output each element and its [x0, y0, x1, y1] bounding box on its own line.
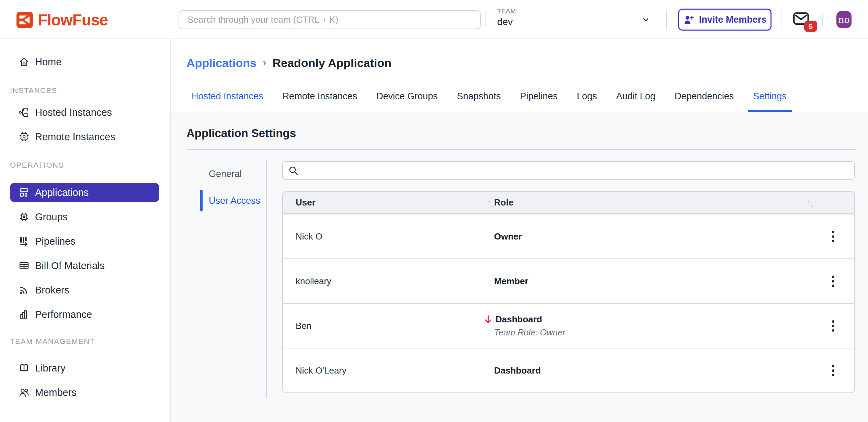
table-header-row: User ↑↓ Role ↑↓ [283, 192, 854, 214]
user-avatar[interactable]: no [836, 11, 852, 28]
home-icon [18, 56, 30, 68]
user-name: Nick O'Leary [283, 365, 494, 376]
team-role-note: Team Role: Owner [494, 327, 829, 337]
bill-of-materials-icon [18, 260, 30, 271]
invite-members-button[interactable]: Invite Members [678, 9, 772, 31]
hosted-instances-icon [18, 107, 30, 118]
header-divider [485, 12, 486, 27]
brand-name: FlowFuse [38, 11, 108, 29]
sidebar-item-home[interactable]: Home [10, 52, 159, 71]
sidebar-item-label: Groups [35, 211, 68, 223]
user-name: Nick O [283, 231, 494, 242]
sidebar-item-bill-of-materials[interactable]: Bill Of Materials [10, 256, 159, 275]
remote-instances-icon [18, 131, 30, 143]
breadcrumb-current: Readonly Application [273, 56, 391, 70]
sidebar-item-label: Bill Of Materials [35, 260, 105, 271]
sidebar-item-label: Applications [35, 187, 89, 198]
header-divider [822, 14, 823, 27]
table-row: knolleary Member [283, 258, 854, 303]
groups-icon [18, 211, 30, 223]
sidebar-item-remote-instances[interactable]: Remote Instances [10, 127, 159, 146]
sidebar-item-label: Members [35, 387, 77, 398]
notifications-button[interactable]: 5 [793, 12, 817, 34]
flowfuse-logo[interactable]: FlowFuse [16, 11, 108, 29]
user-search-input[interactable] [282, 161, 855, 180]
table-row: Nick O'Leary Dashboard [283, 348, 854, 392]
tab-audit-log[interactable]: Audit Log [611, 91, 661, 112]
role-lowered-arrow-down-icon [484, 315, 493, 324]
settings-tab-user-access[interactable]: User Access [186, 190, 266, 211]
sidebar-item-label: Remote Instances [35, 131, 115, 143]
user-name: knolleary [283, 276, 494, 287]
library-icon [18, 362, 30, 374]
table-row: Nick O Owner [283, 214, 854, 258]
title-divider [186, 149, 855, 149]
column-header-role: Role [494, 197, 513, 208]
tab-device-groups[interactable]: Device Groups [371, 91, 443, 112]
tab-snapshots[interactable]: Snapshots [452, 91, 506, 112]
search-icon [288, 166, 299, 176]
tab-logs[interactable]: Logs [572, 91, 602, 112]
notification-count-badge: 5 [804, 21, 817, 32]
settings-tab-general[interactable]: General [186, 163, 266, 185]
global-search-input[interactable] [179, 10, 481, 29]
user-name: Ben [283, 321, 494, 331]
sidebar-item-label: Brokers [35, 285, 69, 296]
header-divider [781, 10, 781, 30]
user-role: Dashboard [495, 314, 542, 325]
user-plus-icon [683, 14, 695, 25]
members-icon [18, 387, 30, 398]
sidebar: Home INSTANCES Hosted Instances Remote I… [0, 39, 171, 422]
pipelines-icon [18, 235, 30, 247]
sidebar-item-groups[interactable]: Groups [10, 207, 159, 226]
page-title: Application Settings [186, 127, 855, 140]
settings-content: Application Settings General User Access [171, 112, 868, 398]
settings-nav-divider [266, 161, 267, 398]
tab-dependencies[interactable]: Dependencies [670, 91, 739, 112]
top-bar: FlowFuse TEAM: dev Invite Members 5 no [0, 0, 868, 39]
sidebar-item-performance[interactable]: Performance [10, 305, 159, 324]
tab-pipelines[interactable]: Pipelines [515, 91, 563, 112]
sidebar-item-applications[interactable]: Applications [10, 183, 159, 202]
column-header-user: User [296, 197, 316, 208]
sidebar-section-team-management: TEAM MANAGEMENT [10, 337, 170, 346]
sidebar-item-library[interactable]: Library [10, 358, 159, 378]
user-access-panel: User ↑↓ Role ↑↓ Nick O Owner [282, 161, 855, 398]
sidebar-item-pipelines[interactable]: Pipelines [10, 232, 159, 251]
user-access-table: User ↑↓ Role ↑↓ Nick O Owner [282, 191, 855, 393]
row-actions-kebab-icon[interactable] [829, 318, 837, 334]
table-row: Ben Dashboard Team Role: [283, 303, 854, 348]
user-role: Owner [494, 231, 829, 242]
brokers-icon [18, 284, 30, 296]
sort-role-icon[interactable]: ↑↓ [807, 199, 814, 207]
sidebar-section-instances: INSTANCES [10, 86, 170, 95]
sidebar-item-hosted-instances[interactable]: Hosted Instances [10, 103, 159, 122]
tab-hosted-instances[interactable]: Hosted Instances [186, 91, 269, 112]
page-header: Applications › Readonly Application Host… [171, 39, 868, 112]
row-actions-kebab-icon[interactable] [829, 362, 837, 379]
breadcrumb-separator: › [263, 56, 266, 69]
sidebar-item-label: Library [35, 363, 66, 374]
invite-members-label: Invite Members [699, 14, 767, 25]
main-content: Applications › Readonly Application Host… [171, 39, 868, 422]
header-divider [666, 10, 667, 30]
chevron-down-icon[interactable] [641, 15, 650, 24]
sidebar-item-label: Home [35, 56, 61, 68]
row-actions-kebab-icon[interactable] [829, 273, 837, 290]
breadcrumb: Applications › Readonly Application [186, 56, 855, 70]
applications-icon [18, 187, 30, 198]
row-actions-kebab-icon[interactable] [829, 228, 837, 245]
settings-side-nav: General User Access [186, 161, 266, 398]
breadcrumb-applications-link[interactable]: Applications [186, 56, 256, 70]
tab-remote-instances[interactable]: Remote Instances [277, 91, 363, 112]
team-selector[interactable]: TEAM: dev [497, 8, 659, 32]
sidebar-item-label: Hosted Instances [35, 107, 112, 118]
sidebar-item-label: Performance [35, 309, 92, 320]
sidebar-item-members[interactable]: Members [10, 383, 159, 402]
team-name: dev [497, 16, 659, 27]
user-role: Dashboard [494, 365, 829, 376]
sort-user-icon[interactable]: ↑↓ [487, 199, 494, 207]
sidebar-item-brokers[interactable]: Brokers [10, 280, 159, 300]
tab-settings[interactable]: Settings [748, 91, 792, 112]
application-tabs: Hosted Instances Remote Instances Device… [186, 91, 855, 112]
